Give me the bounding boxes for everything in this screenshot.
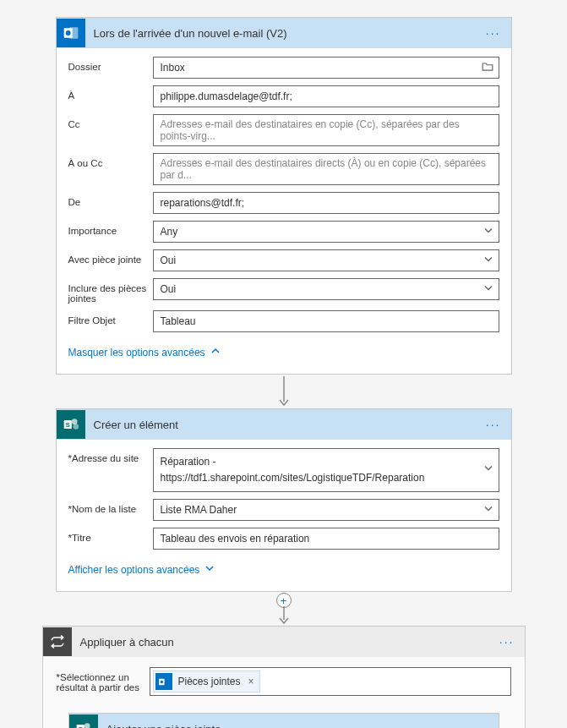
titre-label: Titre <box>68 528 153 543</box>
trigger-title: Lors de l'arrivée d'un nouvel e-mail (V2… <box>94 27 482 40</box>
svg-point-2 <box>65 30 70 36</box>
trigger-card: Lors de l'arrivée d'un nouvel e-mail (V2… <box>56 17 512 375</box>
from-input[interactable]: reparations@tdf.fr; <box>153 192 499 214</box>
svg-point-7 <box>73 424 79 430</box>
apply-each-header[interactable]: Appliquer à chacun ··· <box>43 627 525 657</box>
add-attachment-title: Ajouter une pièce jointe <box>106 723 470 728</box>
attachments-token[interactable]: Pièces jointes × <box>153 671 260 692</box>
importance-label: Importance <box>68 221 153 236</box>
chevron-down-icon <box>483 463 493 479</box>
tocc-label: À ou Cc <box>68 153 153 168</box>
apply-each-body: Sélectionnez un résultat à partir des Pi… <box>43 657 525 728</box>
folder-input[interactable]: Inbox <box>153 57 499 79</box>
importance-select[interactable]: Any <box>153 221 499 243</box>
loop-icon <box>43 627 72 656</box>
list-select[interactable]: Liste RMA Daher <box>153 499 499 521</box>
chevron-down-icon <box>483 504 493 517</box>
show-advanced-toggle[interactable]: Afficher les options avancées <box>68 556 499 586</box>
cc-label: Cc <box>68 114 153 129</box>
trigger-body: Dossier Inbox À philippe.dumasdelage@tdf… <box>57 48 511 374</box>
chevron-down-icon <box>483 226 493 238</box>
folder-picker-icon[interactable] <box>482 62 493 74</box>
folder-label: Dossier <box>68 57 153 72</box>
select-output-label: Sélectionnez un résultat à partir des <box>57 667 150 692</box>
sharepoint-icon: S <box>57 410 85 439</box>
site-select[interactable]: Réparation - https://tdf1.sharepoint.com… <box>153 448 499 492</box>
create-item-body: Adresse du site Réparation - https://tdf… <box>57 440 511 591</box>
outlook-icon <box>57 19 85 47</box>
svg-text:S: S <box>65 421 69 429</box>
subject-label: Filtre Objet <box>68 310 153 326</box>
apply-each-title: Appliquer à chacun <box>80 636 496 649</box>
includeatt-label: Inclure des pièces jointes <box>68 278 153 304</box>
create-item-title: Créer un élément <box>94 419 482 431</box>
remove-token-button[interactable]: × <box>248 676 254 687</box>
sharepoint-icon: S <box>69 714 98 728</box>
svg-rect-1 <box>69 27 78 38</box>
select-output-input[interactable]: Pièces jointes × <box>150 667 511 696</box>
apply-each-menu-button[interactable]: ··· <box>496 635 518 649</box>
apply-each-card: Appliquer à chacun ··· Sélectionnez un r… <box>42 626 526 728</box>
list-label: Nom de la liste <box>68 499 153 514</box>
includeatt-select[interactable]: Oui <box>153 278 499 300</box>
hide-advanced-toggle[interactable]: Masquer les options avancées <box>68 339 499 369</box>
connector-arrow <box>277 375 291 408</box>
from-label: De <box>68 192 153 207</box>
hasatt-label: Avec pièce jointe <box>68 249 153 265</box>
chevron-down-icon <box>483 283 493 296</box>
create-item-menu-button[interactable]: ··· <box>482 418 504 431</box>
trigger-header[interactable]: Lors de l'arrivée d'un nouvel e-mail (V2… <box>57 18 511 48</box>
chevron-down-icon <box>204 563 215 576</box>
svg-point-10 <box>161 681 163 683</box>
tocc-input[interactable]: Adresses e-mail des destinataires direct… <box>153 153 499 185</box>
outlook-icon <box>155 673 172 690</box>
trigger-menu-button[interactable]: ··· <box>482 26 504 40</box>
add-attachment-menu-button[interactable]: ··· <box>470 722 492 728</box>
svg-point-6 <box>71 419 77 424</box>
to-label: À <box>68 85 153 101</box>
add-attachment-card: S Ajouter une pièce jointe ··· <box>68 713 499 728</box>
chevron-down-icon <box>483 255 493 267</box>
connector-add: + <box>276 592 292 626</box>
create-item-card: S Créer un élément ··· Adresse du site R… <box>56 408 512 592</box>
hasatt-select[interactable]: Oui <box>153 249 499 271</box>
add-attachment-header[interactable]: S Ajouter une pièce jointe ··· <box>69 714 499 728</box>
to-input[interactable]: philippe.dumasdelage@tdf.fr; <box>153 85 499 107</box>
site-label: Adresse du site <box>68 448 153 463</box>
cc-input[interactable]: Adresses e-mail des destinataires en cop… <box>153 114 499 146</box>
create-item-header[interactable]: S Créer un élément ··· <box>57 409 511 440</box>
chevron-up-icon <box>210 346 221 359</box>
svg-point-13 <box>84 724 90 728</box>
subject-input[interactable]: Tableau <box>153 310 499 332</box>
titre-input[interactable]: Tableau des envois en réparation <box>153 528 499 550</box>
